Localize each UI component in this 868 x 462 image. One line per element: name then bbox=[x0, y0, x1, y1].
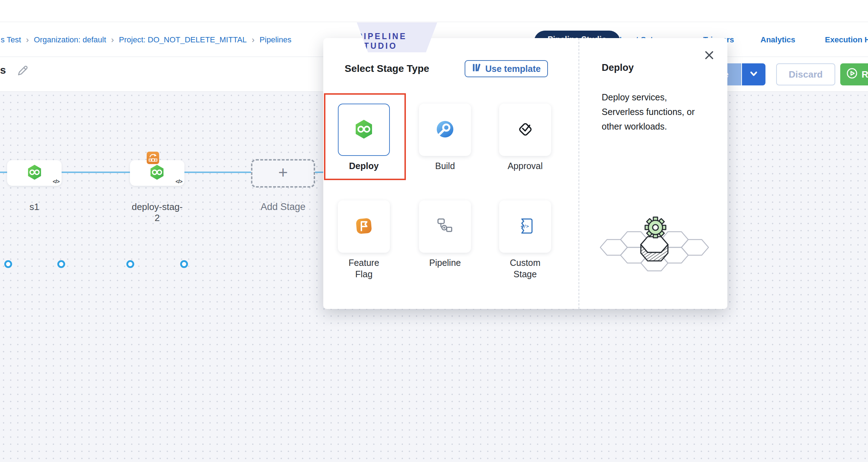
stage-type-card-build[interactable] bbox=[419, 104, 471, 156]
stage-info-title: Deploy bbox=[602, 62, 634, 73]
stage-type-card-feature-flag[interactable] bbox=[338, 200, 390, 253]
add-stage-label: Add Stage bbox=[251, 201, 315, 212]
node-port bbox=[126, 260, 134, 268]
deploy-illustration bbox=[597, 205, 711, 274]
breadcrumb-pipelines[interactable]: Pipelines bbox=[260, 35, 291, 44]
play-circle-icon bbox=[846, 67, 858, 82]
build-ci-icon bbox=[435, 119, 455, 141]
modal-title: Select Stage Type bbox=[345, 63, 429, 74]
cd-stage-icon bbox=[26, 164, 43, 180]
cd-stage-icon bbox=[149, 164, 165, 180]
select-stage-type-modal: Select Stage Type Use template D bbox=[323, 38, 727, 309]
chevron-down-icon bbox=[748, 68, 760, 81]
stage-label-s1[interactable]: s1 bbox=[7, 201, 62, 212]
breadcrumb-separator: › bbox=[26, 35, 29, 45]
pipeline-name-fragment: s bbox=[0, 64, 6, 76]
stage-type-approval[interactable]: Approval bbox=[493, 104, 557, 172]
edit-pencil-icon[interactable] bbox=[15, 63, 29, 78]
custom-stage-code-icon: </> bbox=[515, 216, 535, 237]
breadcrumb-account[interactable]: s Test bbox=[1, 35, 21, 44]
stage-type-custom-stage[interactable]: </> Custom Stage bbox=[493, 200, 557, 280]
stage-type-build[interactable]: Build bbox=[413, 104, 477, 172]
stage-type-card-deploy[interactable] bbox=[338, 104, 390, 156]
use-template-label: Use template bbox=[485, 64, 541, 74]
stage-type-label: Custom Stage bbox=[504, 257, 546, 280]
run-button-label: Run bbox=[862, 69, 868, 80]
stage-type-label: Deploy bbox=[343, 160, 385, 172]
discard-button[interactable]: Discard bbox=[776, 63, 835, 85]
node-port bbox=[57, 260, 65, 268]
approval-check-icon bbox=[515, 119, 535, 141]
stage-type-card-custom-stage[interactable]: </> bbox=[499, 200, 551, 253]
save-options-caret[interactable] bbox=[742, 63, 765, 85]
stage-label-deploy-stag-2[interactable]: deploy-stag-2 bbox=[130, 201, 184, 224]
tab-execution-history[interactable]: Execution History bbox=[825, 35, 868, 44]
chained-pipeline-icon bbox=[435, 216, 455, 237]
feature-flag-icon bbox=[354, 216, 374, 237]
stage-type-pipeline[interactable]: Pipeline bbox=[413, 200, 477, 268]
breadcrumb-project[interactable]: Project: DO_NOT_DELETE_MITTAL bbox=[119, 35, 247, 44]
breadcrumb-separator: › bbox=[252, 35, 255, 45]
pipeline-studio-screen: s Test › Organization: default › Project… bbox=[0, 0, 868, 462]
tab-analytics[interactable]: Analytics bbox=[760, 35, 795, 44]
stage-type-card-pipeline[interactable] bbox=[419, 200, 471, 253]
svg-text:</>: </> bbox=[521, 224, 529, 229]
deploy-hexagon-icon bbox=[354, 119, 374, 141]
add-stage-button[interactable]: + bbox=[251, 159, 315, 188]
pipeline-studio-tag: PIPELINE STUDIO bbox=[357, 22, 437, 52]
stage-type-deploy[interactable]: Deploy bbox=[332, 104, 396, 172]
stage-type-label: Approval bbox=[504, 160, 546, 172]
node-port bbox=[180, 260, 188, 268]
stage-type-label: Build bbox=[424, 160, 466, 172]
plus-icon: + bbox=[278, 164, 288, 180]
stage-info-description: Deploy services, Serverless functions, o… bbox=[602, 90, 703, 134]
stage-type-feature-flag[interactable]: Feature Flag bbox=[332, 200, 396, 280]
rollout-strategy-icon bbox=[147, 152, 159, 164]
modal-divider bbox=[579, 38, 579, 309]
stage-type-label: Feature Flag bbox=[343, 257, 385, 280]
close-icon[interactable] bbox=[701, 47, 717, 63]
top-bar bbox=[0, 0, 868, 22]
stage-type-label: Pipeline bbox=[424, 257, 466, 268]
template-library-icon bbox=[472, 63, 482, 75]
breadcrumb: s Test › Organization: default › Project… bbox=[1, 35, 291, 45]
use-template-button[interactable]: Use template bbox=[465, 60, 548, 77]
breadcrumb-separator: › bbox=[111, 35, 114, 45]
breadcrumb-organization[interactable]: Organization: default bbox=[34, 35, 106, 44]
stage-type-card-approval[interactable] bbox=[499, 104, 551, 156]
yaml-code-icon[interactable]: </> bbox=[53, 178, 59, 184]
run-button[interactable]: Run bbox=[840, 63, 868, 85]
yaml-code-icon[interactable]: </> bbox=[176, 178, 182, 184]
node-port bbox=[4, 260, 12, 268]
